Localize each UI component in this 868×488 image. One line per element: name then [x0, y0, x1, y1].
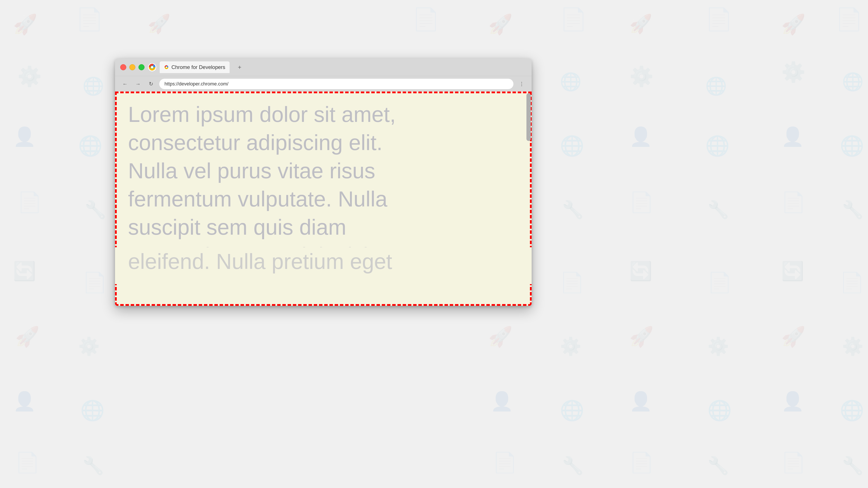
minimize-button[interactable] — [129, 64, 135, 70]
bg-icon: 🌐 — [560, 72, 582, 92]
bg-icon: 🔧 — [707, 455, 729, 476]
bg-icon: 📄 — [629, 451, 654, 474]
svg-point-2 — [151, 66, 153, 69]
title-bar: Chrome for Developers + — [115, 59, 532, 76]
bg-icon: 🚀 — [148, 13, 170, 35]
bg-icon: 👤 — [781, 390, 804, 412]
bg-icon: 🌐 — [705, 76, 727, 96]
bg-icon: 👤 — [13, 390, 36, 412]
bg-icon: 📄 — [493, 451, 517, 474]
bg-icon: 🌐 — [83, 76, 104, 96]
bg-icon: 🌐 — [840, 134, 864, 157]
browser-menu-button[interactable]: ⋮ — [517, 79, 526, 89]
bg-icon: 🔄 — [629, 260, 652, 282]
bg-icon: 🌐 — [78, 134, 102, 157]
bg-icon: 🌐 — [707, 399, 732, 422]
bg-icon: 📄 — [835, 6, 863, 32]
address-bar[interactable]: https://developer.chrome.com/ — [159, 79, 514, 89]
bg-icon: 🌐 — [705, 134, 730, 157]
bg-icon: 📄 — [560, 6, 587, 32]
bg-icon: 🔧 — [562, 455, 584, 476]
bg-icon: 📄 — [705, 6, 733, 32]
svg-point-5 — [165, 66, 167, 68]
bg-icon: 🔧 — [83, 455, 104, 476]
traffic-lights — [120, 64, 145, 70]
bg-icon: 📄 — [781, 451, 806, 474]
bg-icon: 🔧 — [707, 199, 729, 220]
bg-icon: 🌐 — [842, 72, 864, 92]
bg-icon: 🌐 — [560, 399, 584, 422]
bg-icon: 🔧 — [85, 199, 106, 220]
bg-icon: 🌐 — [560, 134, 584, 157]
browser-tab[interactable]: Chrome for Developers — [160, 61, 229, 73]
bg-icon: 📄 — [83, 271, 107, 294]
refresh-button[interactable]: ↻ — [146, 79, 156, 89]
bg-icon: 📄 — [18, 191, 42, 214]
bg-icon: 🔄 — [781, 260, 804, 282]
bg-icon: 📄 — [840, 271, 864, 294]
new-tab-button[interactable]: + — [235, 62, 244, 72]
back-button[interactable]: ← — [120, 79, 130, 89]
bg-icon: 🚀 — [629, 325, 654, 348]
tab-title: Chrome for Developers — [172, 64, 225, 70]
bg-icon: 🚀 — [629, 13, 652, 35]
url-text: https://developer.chrome.com/ — [164, 81, 228, 87]
chrome-logo-icon — [148, 63, 156, 71]
page-content: Lorem ipsum dolor sit amet, consectetur … — [115, 92, 532, 306]
close-button[interactable] — [120, 64, 126, 70]
bg-icon: 🔧 — [562, 199, 584, 220]
bg-icon: 🔧 — [842, 455, 864, 476]
bg-icon: 🔧 — [842, 199, 864, 220]
tab-favicon — [164, 65, 169, 70]
bg-icon: ⚙️ — [78, 336, 100, 357]
navigation-bar: ← → ↻ https://developer.chrome.com/ ⋮ — [115, 76, 532, 92]
bg-icon: 👤 — [490, 390, 514, 412]
bg-icon: ⚙️ — [18, 65, 42, 88]
bg-icon: 📄 — [76, 6, 103, 32]
bg-icon: 📄 — [707, 271, 732, 294]
bg-icon: ⚙️ — [707, 336, 729, 357]
bg-icon: 🚀 — [13, 13, 37, 36]
bg-icon: 📄 — [781, 191, 806, 214]
maximize-button[interactable] — [138, 64, 145, 70]
bg-icon: 👤 — [13, 126, 36, 148]
bg-icon: 🌐 — [80, 399, 104, 422]
bg-icon: 📄 — [412, 6, 439, 32]
bg-icon: 👤 — [629, 126, 652, 148]
bg-icon: 📄 — [629, 191, 654, 214]
bg-icon: 📄 — [560, 271, 584, 294]
bg-icon: ⚙️ — [560, 336, 582, 357]
bg-icon: ⚙️ — [781, 61, 806, 84]
bg-icon: 📄 — [15, 451, 39, 474]
scrollbar[interactable] — [526, 93, 531, 141]
bg-icon: 🚀 — [15, 325, 39, 348]
bg-icon: 🔄 — [13, 260, 36, 282]
bg-icon: ⚙️ — [842, 336, 864, 357]
bg-icon: 🌐 — [840, 399, 864, 422]
bg-icon: 🚀 — [781, 13, 806, 36]
bg-icon: 👤 — [781, 126, 804, 148]
bg-icon: ⚙️ — [629, 65, 654, 88]
bg-icon: 🚀 — [488, 325, 513, 348]
lorem-ipsum-text: Lorem ipsum dolor sit amet, consectetur … — [115, 92, 532, 278]
browser-window: Chrome for Developers + ← → ↻ https://de… — [115, 59, 532, 306]
bg-icon: 🚀 — [488, 13, 513, 36]
bg-icon: 👤 — [629, 390, 652, 412]
bg-icon: 🚀 — [781, 325, 806, 348]
forward-button[interactable]: → — [133, 79, 143, 89]
